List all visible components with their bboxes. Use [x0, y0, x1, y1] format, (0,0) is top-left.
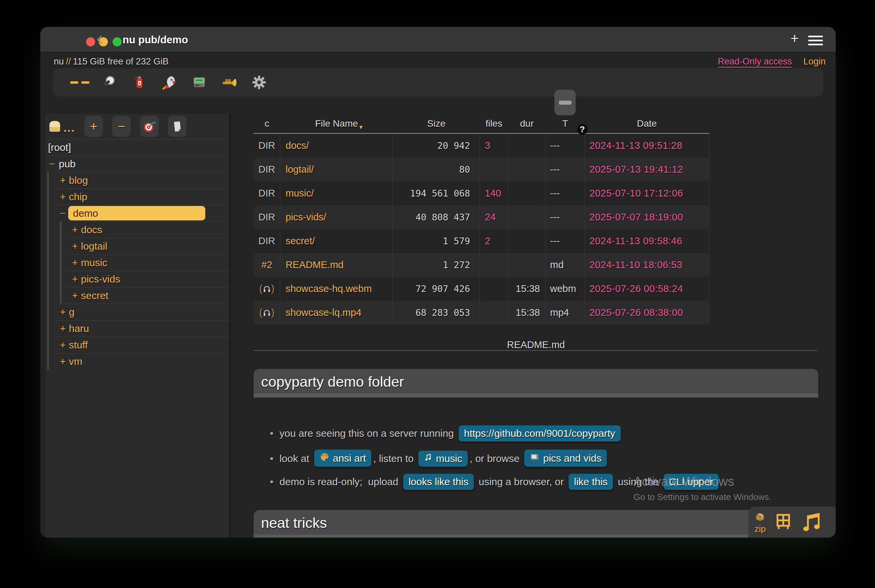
beamed-note-icon[interactable] — [801, 510, 823, 535]
col-header-filename[interactable]: File Name▾ — [280, 118, 393, 129]
access-level-link[interactable]: Read-Only access — [718, 57, 792, 66]
zip-label: zip — [754, 525, 766, 533]
upload-like-this-link[interactable]: like this — [569, 474, 613, 490]
headphones-icon: () — [254, 301, 280, 325]
new-tab-button[interactable]: + — [790, 32, 799, 46]
tree-item-pics-vids[interactable]: +pics-vids — [45, 271, 229, 287]
pager-icon[interactable] — [192, 75, 207, 90]
table-row[interactable]: () showcase-hq.webm 72 907 426 15:38 web… — [254, 277, 709, 301]
help-badge[interactable]: ? — [577, 124, 588, 135]
upload-example-link[interactable]: looks like this — [403, 474, 474, 490]
storage-free-text: 115 GiB free of 232 GiB — [73, 57, 169, 66]
file-table: c File Name▾ Size files dur T Date DIR d… — [254, 114, 709, 325]
file-link[interactable]: showcase-hq.webm — [280, 277, 393, 301]
doc-title: README.md — [254, 339, 818, 351]
breadcrumb-separator: // — [64, 57, 73, 66]
file-link[interactable]: README.md — [280, 253, 393, 277]
file-link[interactable]: logtail/ — [280, 158, 393, 182]
trumpet-icon[interactable] — [221, 75, 237, 90]
tree-item-pub[interactable]: −pub — [45, 156, 229, 172]
readme-heading-1: copyparty demo folder — [254, 369, 818, 393]
tree-sidebar: ... + − [root] −pub +blog +chip −demo +d… — [45, 114, 231, 538]
window-grid-icon[interactable] — [774, 512, 792, 532]
browser-window: nu pub/demo + nu//115 GiB free of 232 Gi… — [41, 27, 836, 538]
tree-item-demo-selected[interactable]: −demo — [45, 205, 229, 221]
tree-zoom-out-button[interactable]: − — [112, 116, 131, 137]
fire-extinguisher-icon[interactable] — [132, 75, 147, 90]
activate-windows-watermark-subtext: Go to Settings to activate Windows. — [633, 492, 771, 502]
double-dash-icon[interactable] — [72, 75, 87, 90]
table-row[interactable]: DIR secret/ 1 579 2 --- 2024-11-13 09:58… — [254, 229, 709, 253]
bottom-action-widget: zip — [748, 507, 836, 538]
table-row[interactable]: DIR docs/ 20 942 3 --- 2024-11-13 09:51:… — [254, 134, 709, 158]
rocket-icon[interactable] — [162, 75, 177, 90]
table-row[interactable]: () showcase-lq.mp4 68 283 053 15:38 mp4 … — [254, 301, 709, 325]
table-row[interactable]: #2 README.md 1 272 md 2024-11-10 18:06:5… — [254, 253, 709, 277]
zip-download-button[interactable]: zip — [754, 511, 766, 533]
magnifier-icon[interactable] — [102, 75, 117, 90]
breadcrumb-host[interactable]: nu — [54, 57, 64, 66]
column-hide-button[interactable] — [554, 90, 576, 115]
tree-item-stuff[interactable]: +stuff — [45, 337, 229, 353]
tree-item-secret[interactable]: +secret — [45, 287, 229, 304]
close-window-button[interactable] — [86, 37, 95, 46]
tree-item-g[interactable]: +g — [45, 304, 229, 320]
back-chevron-icon[interactable] — [95, 35, 105, 46]
col-header-c[interactable]: c — [254, 118, 280, 129]
file-link[interactable]: pics-vids/ — [280, 205, 393, 229]
selected-tree-item[interactable]: demo — [68, 206, 205, 220]
activate-windows-watermark: Activate Windows — [633, 474, 734, 489]
col-header-size[interactable]: Size — [393, 118, 480, 129]
doc-divider — [254, 350, 818, 351]
file-link[interactable]: showcase-lq.mp4 — [280, 301, 393, 325]
tree-dots-label: ... — [63, 121, 75, 134]
table-row[interactable]: DIR pics-vids/ 40 808 437 24 --- 2025-07… — [254, 205, 709, 229]
main-toolbar — [53, 68, 823, 96]
table-row[interactable]: DIR music/ 194 561 068 140 --- 2025-07-1… — [254, 182, 709, 205]
col-header-date[interactable]: Date — [585, 118, 709, 129]
file-link[interactable]: secret/ — [280, 229, 393, 253]
table-row[interactable]: DIR logtail/ 80 --- 2025-07-13 19:41:12 — [254, 158, 709, 182]
col-header-files[interactable]: files — [480, 118, 508, 129]
tree-item-chip[interactable]: +chip — [45, 189, 229, 205]
sort-asc-icon: ▾ — [359, 123, 363, 131]
file-table-header: c File Name▾ Size files dur T Date — [254, 114, 709, 134]
bullet-dot: • — [270, 428, 273, 439]
login-link[interactable]: Login — [803, 57, 825, 66]
maximize-window-button[interactable] — [113, 37, 122, 46]
hamburger-menu-icon[interactable] — [808, 36, 823, 45]
file-link[interactable]: music/ — [280, 182, 393, 205]
target-icon[interactable] — [140, 116, 159, 137]
package-icon — [754, 518, 766, 524]
tree-zoom-in-button[interactable]: + — [84, 116, 103, 137]
tree-item-root[interactable]: [root] — [45, 139, 229, 156]
tree-item-vm[interactable]: +vm — [45, 353, 229, 370]
tree-item-blog[interactable]: +blog — [45, 172, 229, 189]
readme-heading-2: neat tricks — [254, 510, 818, 535]
gear-icon[interactable] — [251, 75, 267, 90]
page-title: nu pub/demo — [123, 34, 188, 46]
tree-toolbar: ... + − — [45, 114, 229, 139]
window-titlebar: nu pub/demo + — [41, 27, 836, 52]
tree-item-logtail[interactable]: +logtail — [45, 238, 229, 254]
bullet-dot: • — [270, 476, 273, 487]
col-header-dur[interactable]: dur — [508, 118, 546, 129]
bread-icon[interactable]: ... — [47, 118, 75, 134]
tree-item-haru[interactable]: +haru — [45, 320, 229, 337]
document-icon[interactable] — [168, 116, 186, 137]
file-link[interactable]: docs/ — [280, 134, 393, 158]
tree-item-docs[interactable]: +docs — [45, 221, 229, 238]
headphones-icon: () — [254, 277, 280, 301]
tree-item-music[interactable]: +music — [45, 254, 229, 271]
